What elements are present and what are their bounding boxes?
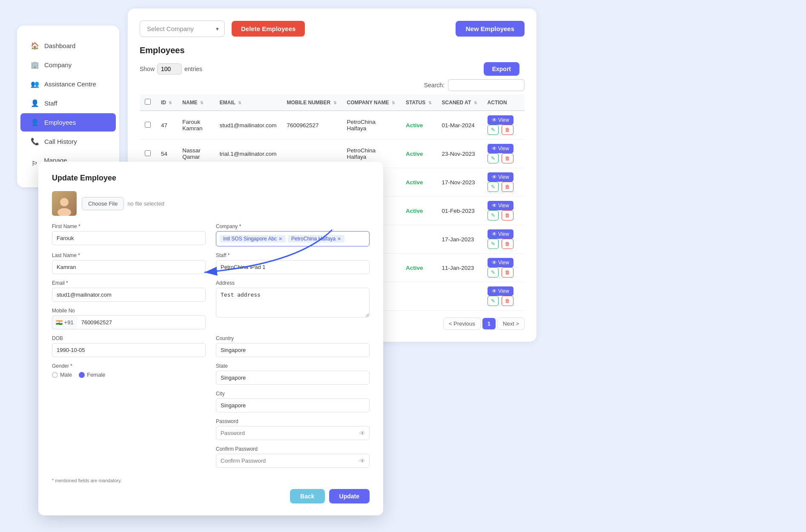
dob-input[interactable] (52, 343, 206, 357)
cell-status (401, 225, 437, 254)
view-button[interactable]: 👁 View (488, 286, 513, 296)
export-button[interactable]: Export (484, 62, 519, 76)
view-button[interactable]: 👁 View (488, 144, 513, 153)
sidebar-item-staff[interactable]: 👤 Staff (20, 94, 116, 112)
delete-row-button[interactable]: 🗑 (502, 125, 513, 135)
phone-icon: 📞 (31, 137, 39, 146)
country-select[interactable]: Singapore (216, 343, 370, 357)
gender-female-radio[interactable] (79, 372, 85, 378)
view-button[interactable]: 👁 View (488, 258, 513, 267)
row-checkbox[interactable] (145, 122, 151, 128)
delete-row-button[interactable]: 🗑 (502, 267, 513, 277)
phone-flag: 🇮🇳 +91 (52, 315, 77, 329)
cell-name: Farouk Kamran (177, 111, 214, 140)
current-page-button[interactable]: 1 (482, 318, 496, 329)
cell-scanned: 17-Jan-2023 (437, 225, 482, 254)
tag-close-1[interactable]: ✕ (278, 236, 282, 242)
company-label: Company * (216, 223, 370, 229)
delete-row-button[interactable]: 🗑 (502, 210, 513, 220)
email-input[interactable] (52, 288, 206, 302)
state-select[interactable]: Singapore (216, 371, 370, 385)
view-button[interactable]: 👁 View (488, 115, 513, 125)
first-name-input[interactable] (52, 231, 206, 245)
new-employees-button[interactable]: New Employees (456, 21, 525, 37)
col-mobile: MOBILE NUMBER ⇅ (282, 94, 342, 111)
sidebar-item-employees[interactable]: 👤 Employees (20, 113, 116, 132)
password-input[interactable] (216, 426, 370, 440)
cell-company: PetroChina Halfaya (342, 111, 401, 140)
last-name-input[interactable] (52, 260, 206, 274)
phone-row: 🇮🇳 +91 (52, 315, 206, 329)
view-button[interactable]: 👁 View (488, 172, 513, 182)
delete-employees-button[interactable]: Delete Employees (232, 21, 305, 37)
prev-page-button[interactable]: < Previous (443, 317, 481, 330)
cell-scanned: 01-Mar-2024 (437, 111, 482, 140)
show-label: Show (140, 66, 155, 72)
cell-action: 👁 View ✎ 🗑 (482, 140, 525, 168)
sidebar-item-dashboard[interactable]: 🏠 Dashboard (20, 37, 116, 55)
confirm-password-input[interactable] (216, 454, 370, 468)
gender-male-radio[interactable] (52, 372, 58, 378)
delete-row-button[interactable]: 🗑 (502, 239, 513, 249)
next-page-button[interactable]: Next > (497, 317, 525, 330)
city-select[interactable]: Singapore (216, 398, 370, 412)
form-grid: First Name * Company * Intl SOS Singapor… (52, 223, 370, 474)
cell-scanned: 01-Feb-2023 (437, 197, 482, 225)
view-button[interactable]: 👁 View (488, 201, 513, 210)
row-checkbox[interactable] (145, 150, 151, 156)
svg-point-0 (60, 198, 69, 206)
first-name-group: First Name * (52, 223, 206, 246)
col-name: NAME ⇅ (177, 94, 214, 111)
edit-button[interactable]: ✎ (488, 182, 499, 192)
svg-point-1 (57, 208, 71, 216)
sidebar-item-label: Staff (44, 100, 57, 107)
address-textarea[interactable]: Test address (216, 288, 370, 317)
view-button[interactable]: 👁 View (488, 229, 513, 239)
avatar-row: Choose File no file selected (52, 191, 370, 216)
address-label: Address (216, 280, 370, 286)
search-input[interactable] (448, 79, 525, 91)
toolbar: Select Company Delete Employees New Empl… (140, 20, 525, 37)
file-input-label[interactable]: Choose File (82, 197, 124, 210)
edit-button[interactable]: ✎ (488, 296, 499, 306)
mandatory-note: * mentioned fields are mandatory. (52, 478, 370, 483)
col-action: ACTION (482, 94, 525, 111)
sidebar-item-label: Company (44, 61, 72, 69)
delete-row-button[interactable]: 🗑 (502, 296, 513, 306)
delete-row-button[interactable]: 🗑 (502, 182, 513, 192)
staff-group: Staff * PetroChina iPad 1 (216, 252, 370, 274)
select-all-checkbox[interactable] (145, 99, 151, 105)
sidebar-item-company[interactable]: 🏢 Company (20, 56, 116, 74)
gender-male-label[interactable]: Male (52, 372, 72, 378)
password-group: Password 👁 (216, 418, 370, 440)
edit-button[interactable]: ✎ (488, 267, 499, 277)
confirm-password-eye-icon[interactable]: 👁 (359, 458, 365, 464)
password-label: Password (216, 418, 370, 424)
gender-female-label[interactable]: Female (79, 372, 105, 378)
edit-button[interactable]: ✎ (488, 239, 499, 249)
sidebar-item-call-history[interactable]: 📞 Call History (20, 132, 116, 151)
flag-icon: 🏳 (31, 160, 39, 168)
country-group: Country Singapore (216, 335, 370, 357)
section-title: Employees (140, 46, 525, 55)
delete-row-button[interactable]: 🗑 (502, 153, 513, 163)
company-tags-input[interactable]: Intl SOS Singapore Abc ✕ PetroChina Half… (216, 231, 370, 246)
password-wrap: 👁 (216, 426, 370, 440)
password-eye-icon[interactable]: 👁 (359, 430, 365, 437)
entries-label: entries (184, 66, 202, 72)
edit-button[interactable]: ✎ (488, 125, 499, 135)
assistance-icon: 👥 (31, 80, 39, 88)
table-row: 47 Farouk Kamran stud1@mailinator.com 76… (140, 111, 525, 140)
sidebar-item-assistance[interactable]: 👥 Assistance Centre (20, 75, 116, 93)
edit-button[interactable]: ✎ (488, 153, 499, 163)
tag-close-2[interactable]: ✕ (337, 236, 341, 242)
select-company[interactable]: Select Company (140, 20, 225, 37)
cell-status: Active (401, 140, 437, 168)
back-button[interactable]: Back (290, 489, 324, 503)
staff-select[interactable]: PetroChina iPad 1 (216, 260, 370, 274)
edit-button[interactable]: ✎ (488, 210, 499, 220)
phone-input[interactable] (77, 315, 206, 329)
entries-select[interactable]: 100 (157, 63, 182, 74)
modal-footer: Back Update (52, 489, 370, 503)
update-button[interactable]: Update (329, 489, 370, 503)
